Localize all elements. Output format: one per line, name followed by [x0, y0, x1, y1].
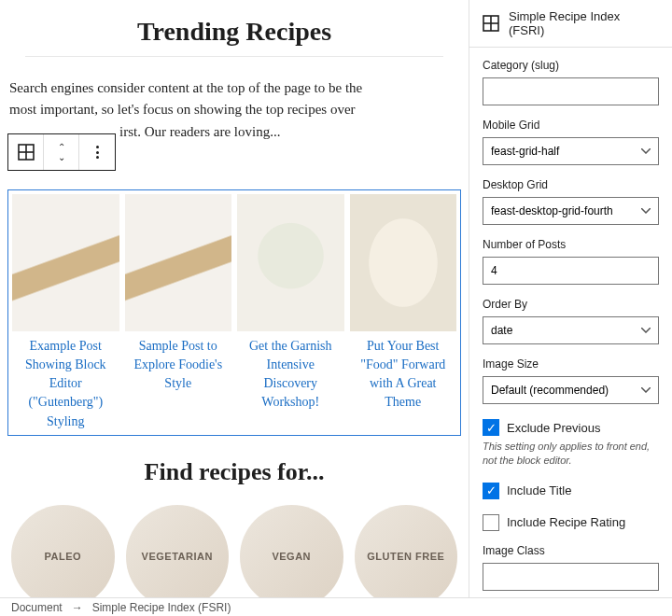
recipe-title-link[interactable]: Sample Post to Explore Foodie's Style: [125, 337, 232, 394]
intro-text: Search engines consider content at the t…: [9, 80, 362, 95]
checkbox-icon: ✓: [483, 483, 499, 499]
intro-text: most important, so let's focus on showin…: [9, 102, 356, 117]
grid-icon: [18, 144, 35, 161]
recipe-item: Get the Garnish Intensive Discovery Work…: [237, 194, 344, 431]
breadcrumb: Document → Simple Recipe Index (FSRI): [0, 597, 672, 616]
select-mobile-grid[interactable]: feast-grid-half: [483, 137, 659, 165]
category-circle[interactable]: VEGETARIAN: [126, 505, 230, 597]
editor-canvas[interactable]: Trending Recipes Search engines consider…: [0, 0, 469, 597]
check-exclude-previous[interactable]: ✓ Exclude Previous: [483, 419, 659, 436]
recipe-image: [125, 194, 232, 331]
check-include-title[interactable]: ✓ Include Title: [483, 483, 659, 499]
category-circle[interactable]: PALEO: [11, 505, 115, 597]
recipe-item: Example Post Showing Block Editor ("Gute…: [12, 194, 119, 431]
recipe-title-link[interactable]: Example Post Showing Block Editor ("Gute…: [12, 337, 119, 431]
recipe-image: [350, 194, 457, 331]
label-image-size: Image Size: [483, 357, 659, 371]
recipe-title-link[interactable]: Put Your Best "Food" Forward with A Grea…: [350, 337, 457, 413]
grid-icon: [483, 15, 499, 32]
label-category: Category (slug): [483, 59, 659, 72]
intro-text: irst. Our readers are loving...: [119, 124, 280, 139]
label-number-of-posts: Number of Posts: [483, 238, 659, 251]
chevron-right-icon: →: [72, 601, 83, 614]
select-image-size[interactable]: Default (recommended): [483, 376, 659, 404]
heading-trending[interactable]: Trending Recipes: [25, 17, 442, 57]
label-desktop-grid: Desktop Grid: [483, 178, 659, 191]
recipe-image: [237, 194, 344, 331]
category-circle[interactable]: VEGAN: [240, 505, 343, 597]
label-mobile-grid: Mobile Grid: [483, 119, 659, 132]
checkbox-icon: [483, 514, 499, 531]
label-image-class: Image Class: [483, 544, 659, 557]
input-image-class[interactable]: [483, 563, 659, 591]
recipe-item: Put Your Best "Food" Forward with A Grea…: [350, 194, 457, 431]
breadcrumb-root[interactable]: Document: [11, 601, 63, 614]
checkbox-label: Include Recipe Rating: [507, 515, 625, 529]
block-mover-button[interactable]: ⌃ ⌄: [44, 134, 79, 170]
input-number-of-posts[interactable]: [483, 257, 659, 285]
select-desktop-grid[interactable]: feast-desktop-grid-fourth: [483, 197, 659, 225]
input-category[interactable]: [483, 77, 659, 105]
checkbox-label: Include Title: [507, 483, 571, 497]
chevron-down-icon: ⌄: [58, 153, 65, 162]
help-text: This setting only applies to front end, …: [483, 440, 659, 468]
heading-find[interactable]: Find recipes for...: [25, 458, 442, 486]
block-more-button[interactable]: [79, 134, 115, 170]
recipe-index-block[interactable]: Example Post Showing Block Editor ("Gute…: [7, 189, 461, 436]
sidebar-block-name: Simple Recipe Index (FSRI): [509, 9, 659, 37]
more-icon: [96, 146, 99, 159]
category-circle[interactable]: GLUTEN FREE: [355, 505, 458, 597]
category-grid: PALEO VEGETARIAN VEGAN GLUTEN FREE: [7, 505, 461, 597]
chevron-up-icon: ⌃: [58, 143, 65, 152]
breadcrumb-current[interactable]: Simple Recipe Index (FSRI): [92, 601, 231, 614]
label-order-by: Order By: [483, 298, 659, 311]
recipe-item: Sample Post to Explore Foodie's Style: [125, 194, 232, 431]
recipe-image: [12, 194, 119, 331]
block-type-button[interactable]: [8, 134, 44, 170]
checkbox-icon: ✓: [483, 419, 499, 436]
sidebar-block-header: Simple Recipe Index (FSRI): [469, 0, 672, 48]
select-order-by[interactable]: date: [483, 316, 659, 344]
recipe-title-link[interactable]: Get the Garnish Intensive Discovery Work…: [237, 337, 344, 413]
check-include-rating[interactable]: Include Recipe Rating: [483, 514, 659, 531]
checkbox-label: Exclude Previous: [507, 421, 600, 435]
block-toolbar: ⌃ ⌄: [7, 133, 116, 171]
settings-sidebar: Simple Recipe Index (FSRI) Category (slu…: [469, 0, 672, 597]
